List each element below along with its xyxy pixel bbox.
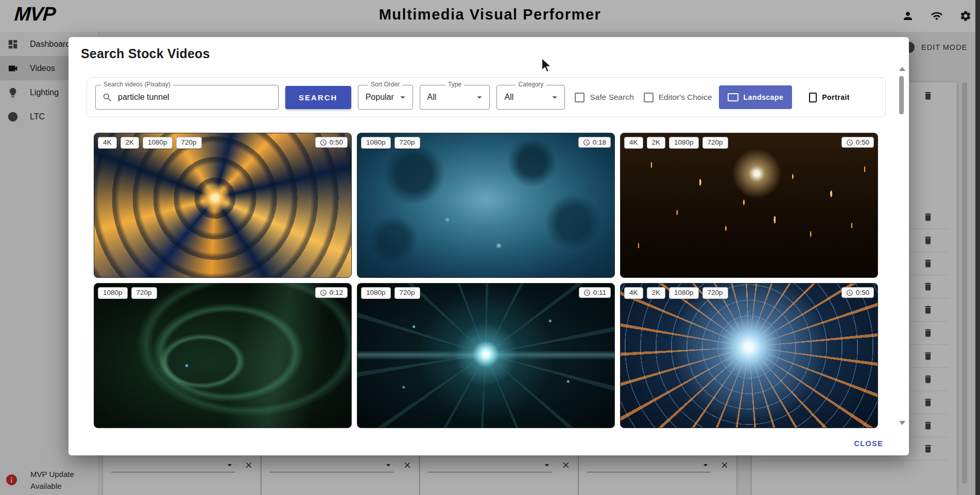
resolution-badge: 720p [702,137,728,149]
search-filter-bar: Search videos (Pixabay) SEARCH Sort Orde… [87,77,886,117]
video-result-card[interactable]: 1080p720p 0:11 [357,283,615,428]
duration-badge: 0:12 [315,287,348,298]
safe-search-checkbox[interactable]: Safe Search [575,93,633,102]
sort-order-select[interactable]: Sort Order Popular [358,85,413,110]
video-result-card[interactable]: 1080p720p 0:12 [94,283,352,428]
clock-icon [320,289,327,296]
resolution-badge: 4K [98,137,117,149]
checkbox-icon [575,93,584,102]
portrait-icon [809,93,817,102]
landscape-button[interactable]: Landscape [719,85,793,109]
results-grid: 4K2K1080p720p 0:50 1080p720p 0:18 4K2K10… [94,133,878,428]
portrait-button[interactable]: Portrait [800,85,858,109]
clock-icon [320,139,327,146]
search-icon [102,92,113,103]
search-input[interactable] [117,92,272,102]
mouse-cursor [540,58,553,73]
duration-text: 0:50 [856,138,869,146]
resolution-badges: 4K2K1080p720p [98,137,202,149]
duration-text: 0:18 [593,138,606,146]
resolution-badge: 2K [647,287,666,299]
resolution-badge: 2K [121,137,140,149]
duration-badge: 0:11 [579,287,611,298]
duration-badge: 0:50 [841,137,874,148]
duration-text: 0:50 [330,138,343,146]
resolution-badges: 1080p720p [98,287,157,299]
chevron-down-icon [549,92,560,103]
dialog-title: Search Stock Videos [81,46,210,61]
editors-choice-checkbox[interactable]: Editor's Choice [644,93,712,102]
resolution-badge: 720p [176,137,202,149]
close-button[interactable]: CLOSE [851,439,886,448]
video-result-card[interactable]: 4K2K1080p720p 0:50 [620,133,878,278]
video-result-card[interactable]: 4K2K1080p720p 0:50 [620,283,878,428]
chevron-down-icon [397,92,408,103]
scroll-up-arrow[interactable] [899,67,905,71]
clock-icon [583,289,591,296]
duration-badge: 0:50 [841,287,874,298]
scroll-down-arrow[interactable] [899,421,905,425]
duration-badge: 0:18 [578,137,611,148]
video-result-card[interactable]: 1080p720p 0:18 [357,133,615,278]
orientation-toggle-group: Landscape Portrait [719,85,858,109]
resolution-badge: 720p [131,287,157,299]
resolution-badge: 720p [394,137,420,149]
resolution-badge: 720p [394,287,420,299]
clock-icon [846,139,853,146]
clock-icon [846,289,853,296]
duration-text: 0:11 [593,289,606,296]
video-result-card[interactable]: 4K2K1080p720p 0:50 [94,133,352,278]
search-field: Search videos (Pixabay) [95,85,279,110]
resolution-badge: 1080p [143,137,173,149]
resolution-badge: 1080p [669,137,699,149]
resolution-badge: 1080p [361,137,391,149]
category-select[interactable]: Category All [496,85,565,110]
resolution-badges: 1080p720p [361,287,420,299]
type-select[interactable]: Type All [420,85,490,110]
resolution-badge: 2K [647,137,666,149]
resolution-badges: 4K2K1080p720p [624,287,728,299]
resolution-badge: 1080p [98,287,128,299]
clock-icon [583,139,590,146]
checkbox-icon [644,93,654,102]
search-stock-videos-dialog: Search Stock Videos Search videos (Pixab… [68,37,909,455]
modal-scrollbar-thumb[interactable] [899,76,904,114]
duration-text: 0:50 [856,289,869,296]
resolution-badge: 4K [624,137,643,149]
resolution-badges: 4K2K1080p720p [624,137,728,149]
duration-text: 0:12 [330,289,343,296]
resolution-badge: 1080p [361,287,391,299]
search-field-label: Search videos (Pixabay) [101,81,173,88]
duration-badge: 0:50 [315,137,348,148]
resolution-badge: 1080p [669,287,699,299]
search-button[interactable]: SEARCH [285,86,351,109]
resolution-badges: 1080p720p [361,137,420,149]
chevron-down-icon [474,92,485,103]
landscape-icon [728,93,738,101]
resolution-badge: 4K [624,287,643,299]
resolution-badge: 720p [702,287,728,299]
